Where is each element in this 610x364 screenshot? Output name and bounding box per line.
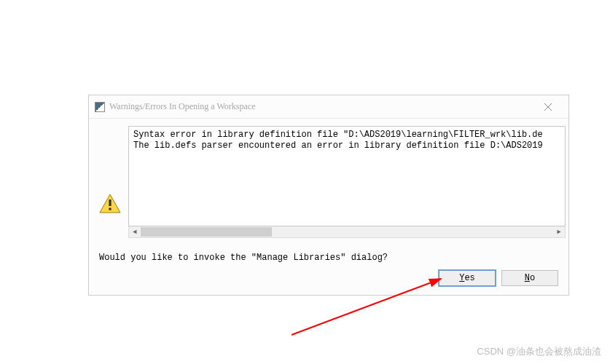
close-icon (544, 103, 552, 111)
svg-rect-3 (109, 199, 111, 206)
titlebar-left: Warnings/Errors In Opening a Workspace (95, 101, 255, 112)
button-row: Yes No (89, 266, 568, 295)
yes-rest: es (464, 273, 474, 283)
horizontal-scrollbar[interactable]: ◄ ► (128, 226, 566, 238)
titlebar[interactable]: Warnings/Errors In Opening a Workspace (89, 95, 568, 119)
yes-mnemonic: Y (459, 273, 464, 283)
dialog-title: Warnings/Errors In Opening a Workspace (109, 101, 255, 112)
close-button[interactable] (535, 97, 561, 117)
warning-icon (99, 194, 121, 214)
yes-button[interactable]: Yes (439, 270, 496, 286)
warnings-errors-dialog: Warnings/Errors In Opening a Workspace S… (88, 95, 569, 296)
scroll-track[interactable] (141, 227, 553, 237)
error-textbox[interactable]: Syntax error in library definition file … (128, 126, 566, 226)
icon-column (99, 126, 121, 238)
svg-rect-4 (109, 208, 111, 210)
no-rest: o (530, 273, 535, 283)
scroll-right-arrow-icon[interactable]: ► (553, 227, 565, 237)
scroll-thumb[interactable] (141, 227, 272, 237)
watermark: CSDN @油条也会被熬成油渣 (477, 345, 601, 358)
scroll-left-arrow-icon[interactable]: ◄ (129, 227, 141, 237)
dialog-content: Syntax error in library definition file … (89, 119, 568, 248)
error-line-1: Syntax error in library definition file … (133, 130, 543, 140)
main-column: Syntax error in library definition file … (128, 126, 566, 238)
question-text: Would you like to invoke the "Manage Lib… (89, 248, 568, 266)
no-button[interactable]: No (501, 270, 558, 286)
app-icon (95, 102, 105, 112)
error-line-2: The lib.defs parser encountered an error… (133, 141, 543, 151)
no-mnemonic: N (525, 273, 530, 283)
